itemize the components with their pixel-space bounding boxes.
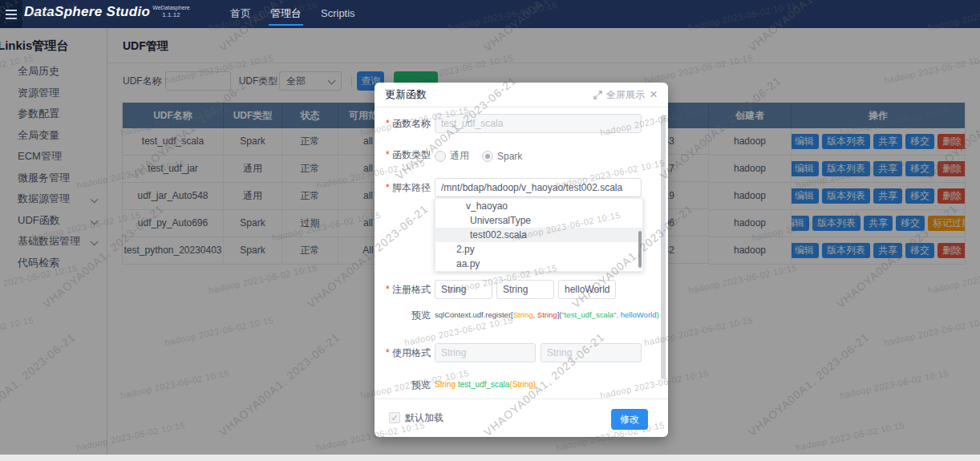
close-icon[interactable]: × (650, 89, 658, 100)
radio-label: 通用 (450, 149, 469, 163)
fullscreen-icon (593, 91, 602, 99)
default-load-label: 默认加载 (405, 412, 443, 423)
fullscreen-toggle[interactable]: 全屏展示 (593, 88, 645, 102)
app-window: DataSphere Studio WeDatasphere 1.1.12 首页… (0, 0, 980, 461)
radio-option[interactable]: 通用 (435, 149, 469, 163)
function-name-label: 函数名称 (375, 114, 431, 133)
tree-item[interactable]: test002.scala (435, 228, 642, 242)
modal-title: 更新函数 (385, 87, 427, 102)
logo-badge: WeDatasphere (152, 5, 190, 11)
register-preview-label: 预览 (375, 309, 431, 321)
tree-scrollbar[interactable] (638, 231, 642, 268)
radio-icon (435, 151, 446, 162)
function-type-group: 通用Spark (435, 149, 535, 164)
radio-icon (482, 151, 493, 162)
register-inputs (435, 280, 616, 299)
nav-item-1[interactable]: 管理台 (269, 0, 303, 28)
radio-option[interactable]: Spark (482, 151, 522, 162)
nav-item-2[interactable]: Scriptis (319, 0, 357, 28)
tree-item[interactable]: 2.py (435, 242, 642, 257)
tree-item[interactable]: aa.py (435, 257, 642, 271)
usage-preview-code: String test_udf_scala(String) (435, 379, 536, 390)
script-path-input[interactable] (435, 178, 642, 197)
logo-sub: WeDatasphere 1.1.12 (152, 5, 190, 18)
update-function-modal: 更新函数 全屏展示 × 函数名称 函数类型 通用Spark 脚本路径 v_hao… (375, 83, 668, 437)
top-nav: 首页管理台Scriptis (229, 0, 357, 28)
modal-header: 更新函数 全屏展示 × (375, 83, 668, 107)
path-tree: v_haoyaoUniversalTypetest002.scala2.pyaa… (435, 199, 642, 271)
usage-format-label: 使用格式 (375, 343, 431, 362)
modal-footer: ✓ 默认加载 修改 (375, 398, 668, 437)
usage-inputs (435, 343, 642, 362)
fullscreen-label: 全屏展示 (606, 88, 645, 102)
register-preview-code: sqlContext.udf.register[String, String](… (435, 309, 659, 321)
logo-text: DataSphere Studio (24, 4, 150, 20)
usage-format-input[interactable] (541, 343, 642, 362)
default-load-checkbox[interactable]: ✓ (389, 412, 400, 423)
function-name-input[interactable] (435, 114, 642, 133)
submit-button[interactable]: 修改 (611, 409, 648, 430)
app-logo: DataSphere Studio WeDatasphere 1.1.12 (24, 4, 190, 20)
register-format-input[interactable] (558, 280, 616, 299)
register-format-input[interactable] (496, 280, 554, 299)
register-format-label: 注册格式 (375, 280, 431, 299)
usage-format-input[interactable] (435, 343, 536, 362)
modal-scrollbar[interactable] (661, 115, 666, 379)
register-format-input[interactable] (435, 280, 492, 299)
tree-item[interactable]: UniversalType (435, 213, 642, 228)
menu-icon[interactable] (0, 0, 22, 28)
script-path-label: 脚本路径 (375, 178, 431, 197)
top-header-bar: DataSphere Studio WeDatasphere 1.1.12 首页… (0, 0, 980, 28)
function-type-label: 函数类型 (375, 147, 431, 163)
logo-version: 1.1.12 (152, 11, 190, 18)
tree-item[interactable]: v_haoyao (435, 199, 642, 213)
radio-label: Spark (497, 151, 522, 162)
nav-item-0[interactable]: 首页 (229, 0, 253, 28)
usage-preview-label: 预览 (375, 379, 431, 390)
path-tree-dropdown: v_haoyaoUniversalTypetest002.scala2.pyaa… (435, 198, 643, 272)
